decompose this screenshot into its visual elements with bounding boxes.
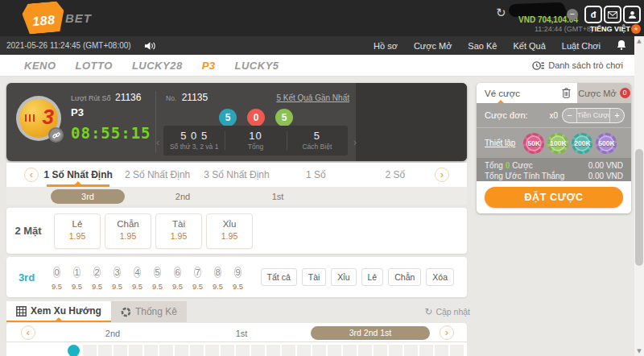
clock-list-icon: [532, 60, 544, 71]
digit-9[interactable]: 99.5: [228, 264, 248, 291]
place-bet-button[interactable]: ĐẶT CƯỢC: [485, 187, 623, 208]
announcement-icon: [144, 41, 156, 51]
tab-bet-ticket[interactable]: Vé cược: [477, 83, 577, 103]
tab-trend-view[interactable]: Xem Xu Hướng: [6, 301, 111, 322]
select-all-button[interactable]: Tất cả: [261, 268, 297, 286]
tab-lucky5[interactable]: LUCKY5: [235, 60, 279, 72]
mail-button[interactable]: [604, 6, 621, 23]
bet-tab-2-fixed[interactable]: 2 Số Nhất Định: [118, 163, 196, 187]
tab-p3[interactable]: P3: [202, 60, 216, 72]
digit-7[interactable]: 79.5: [188, 264, 208, 291]
bet-tabs-prev-icon[interactable]: ‹: [24, 168, 39, 182]
bet-option-odd[interactable]: Lẻ 1.95: [54, 213, 101, 249]
tab-open-bets[interactable]: Cược Mở 0: [577, 83, 631, 103]
tab-lucky28[interactable]: LUCKY28: [132, 60, 183, 72]
nav-rules[interactable]: Luật Chơi: [562, 41, 601, 51]
trend-marker: [68, 345, 80, 356]
chip-500k[interactable]: 500K: [596, 133, 617, 154]
stat-difference: 5 Cách Biệt: [287, 126, 348, 155]
round-number: 21136: [115, 92, 141, 103]
select-even-button[interactable]: Chẵn: [388, 268, 421, 286]
tab-keno[interactable]: KENO: [24, 60, 56, 72]
digit-8[interactable]: 89.5: [208, 264, 228, 291]
bet-tab-1-fixed[interactable]: 1 Số Nhất Định: [39, 163, 118, 187]
digit-5[interactable]: 59.5: [147, 264, 167, 291]
stake-increase-button[interactable]: +: [610, 110, 624, 120]
digit-6[interactable]: 69.5: [167, 264, 188, 291]
bet-option-small[interactable]: Xỉu 1.95: [206, 213, 253, 249]
position-2nd[interactable]: 2nd: [175, 192, 190, 201]
estimated-win-value: 0.00 VND: [588, 171, 623, 181]
result-prev-icon[interactable]: ‹: [156, 137, 159, 148]
link-icon[interactable]: [48, 127, 64, 143]
bet-tabs-next-icon[interactable]: ›: [435, 168, 449, 182]
nav-statement[interactable]: Sao Kê: [468, 41, 497, 51]
position-1st[interactable]: 1st: [272, 192, 284, 201]
stake-stepper: − +: [562, 108, 625, 123]
nav-open-bets[interactable]: Cược Mở: [414, 41, 452, 51]
bet-tab-3-fixed[interactable]: 3 Số Nhất Định: [197, 163, 276, 187]
language-selector[interactable]: TIẾNG VIỆT: [590, 25, 630, 33]
trend-prev-icon[interactable]: ‹: [21, 325, 35, 340]
scroll-down-icon[interactable]: ▼: [634, 346, 644, 356]
total-bet-count: 0: [506, 161, 510, 170]
tab-lotto[interactable]: LOTTO: [76, 60, 113, 72]
result-ball: 0: [247, 109, 265, 126]
chip-50k[interactable]: 50K: [523, 133, 544, 154]
stat-total: 10 Tổng: [225, 126, 286, 155]
scrollbar-thumb[interactable]: [635, 149, 643, 266]
chip-100k[interactable]: 100K: [547, 133, 568, 154]
digit-4[interactable]: 49.5: [127, 264, 147, 291]
round-label: Lượt Rút Số: [71, 94, 110, 102]
refresh-balance-icon[interactable]: ↻: [496, 6, 506, 20]
nav-profile[interactable]: Hồ sơ: [374, 41, 398, 51]
page-scrollbar[interactable]: ▲ ▼: [634, 36, 644, 356]
select-big-button[interactable]: Tài: [302, 268, 327, 286]
brand-logo[interactable]: 188 BET: [23, 2, 92, 33]
logo-188: 188: [32, 13, 56, 34]
stake-decrease-button[interactable]: −: [563, 110, 576, 120]
trash-icon[interactable]: [562, 88, 571, 98]
trend-position-1st[interactable]: 1st: [236, 329, 248, 338]
trend-position-2nd[interactable]: 2nd: [105, 329, 120, 338]
digit-3[interactable]: 39.5: [107, 264, 127, 291]
result-ball: 5: [219, 109, 237, 126]
result-ball: 5: [275, 109, 293, 126]
digit-2[interactable]: 29.5: [87, 264, 107, 291]
refresh-trend-button[interactable]: ↻ Cập nhật: [424, 306, 470, 322]
trend-position-selector: ‹ 2nd 1st 3rd 2nd 1st ›: [6, 323, 467, 342]
result-next-icon[interactable]: ›: [353, 137, 357, 148]
chip-200k[interactable]: 200K: [572, 133, 592, 154]
chip-setup-link[interactable]: Thiết lập: [485, 139, 515, 147]
bet-tab-1-any[interactable]: 1 Số: [276, 163, 355, 187]
language-flag-icon[interactable]: ★: [631, 24, 641, 34]
select-small-button[interactable]: Xỉu: [331, 268, 356, 286]
bell-icon[interactable]: [617, 39, 626, 53]
trend-position-all[interactable]: 3rd 2nd 1st: [311, 326, 430, 340]
result-no-label: No.: [166, 94, 176, 102]
account-button[interactable]: [623, 6, 641, 23]
game-list-button[interactable]: Danh sách trò chơi: [532, 60, 623, 71]
clear-button[interactable]: Xóa: [426, 268, 454, 286]
open-bets-badge: 0: [620, 88, 630, 98]
scroll-up-icon[interactable]: ▲: [634, 36, 644, 46]
digit-0[interactable]: 09.5: [47, 264, 67, 291]
main-nav: Hồ sơ Cược Mở Sao Kê Kết Quả Luật Chơi: [374, 39, 626, 53]
trend-next-icon[interactable]: ›: [440, 325, 454, 340]
bet-totals: Tổng0Cược 0.00 VND Tổng Ước Tính Thắng 0…: [477, 158, 631, 181]
stake-input[interactable]: [576, 109, 610, 122]
recent-results-link[interactable]: 5 Kết Quả Gần Nhất: [276, 93, 349, 102]
tab-statistics[interactable]: Thống Kê: [111, 301, 187, 322]
bet-option-even[interactable]: Chẵn 1.95: [105, 213, 151, 249]
position-3rd[interactable]: 3rd: [51, 189, 125, 204]
bet-slip: Vé cược Cược Mở 0 Cược đơn: x0 − +: [477, 83, 631, 213]
select-odd-button[interactable]: Lẻ: [361, 268, 384, 286]
trend-tabs: Xem Xu Hướng Thống Kê ↻ Cập nhật: [6, 301, 473, 322]
collapse-balance-button[interactable]: −: [567, 9, 578, 20]
nav-results[interactable]: Kết Quả: [513, 41, 545, 51]
currency-button[interactable]: đ: [584, 6, 602, 23]
result-stats: 5 0 5 Số thứ 3, 2 và 1 10 Tổng 5 Cách Bi…: [163, 126, 348, 155]
bet-option-big[interactable]: Tài 1.95: [155, 213, 202, 249]
digit-1[interactable]: 19.5: [67, 264, 87, 291]
bet-tab-2-any[interactable]: 2 Số: [356, 163, 435, 187]
